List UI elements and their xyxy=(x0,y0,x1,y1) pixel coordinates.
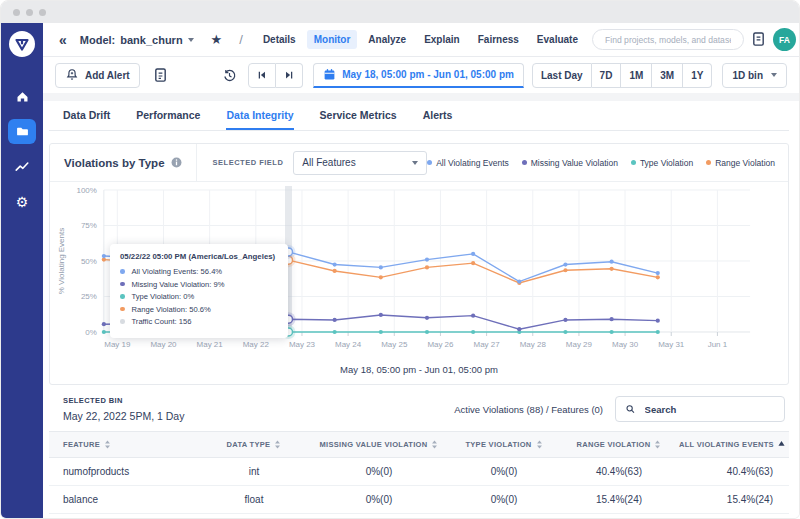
tooltip-item: All Violating Events: 56.4% xyxy=(120,267,278,276)
selected-field-label: SELECTED FIELD xyxy=(213,158,284,167)
svg-text:May 21: May 21 xyxy=(197,340,224,349)
tooltip-item: Type Violation: 0% xyxy=(120,292,278,301)
nav-tab-explain[interactable]: Explain xyxy=(417,30,467,49)
bin-size-dropdown[interactable]: 1D bin xyxy=(722,63,787,88)
global-search-input[interactable] xyxy=(603,34,733,46)
table-cell: 15.4%(24) xyxy=(679,494,789,505)
legend-item-type-violation[interactable]: Type Violation xyxy=(631,158,693,168)
previous-bin-button[interactable] xyxy=(248,63,276,88)
svg-text:May 23: May 23 xyxy=(289,340,316,349)
collapse-sidebar-icon[interactable]: « xyxy=(59,33,67,47)
legend-label: Type Violation xyxy=(640,158,693,168)
chevron-down-icon xyxy=(188,38,194,42)
section-divider xyxy=(43,93,799,101)
nav-tab-fairness[interactable]: Fairness xyxy=(471,30,526,49)
sort-icon xyxy=(431,440,438,449)
table-body: numofproductsint0%(0)0%(0)40.4%(63)40.4%… xyxy=(49,458,789,514)
table-cell: 0%(0) xyxy=(309,494,449,505)
svg-text:May 29: May 29 xyxy=(566,340,593,349)
sidebar-item-settings[interactable]: ⚙ xyxy=(8,189,36,214)
svg-text:May 19: May 19 xyxy=(104,340,131,349)
svg-text:0%: 0% xyxy=(85,328,97,337)
window-control-dot[interactable] xyxy=(39,9,46,16)
avatar[interactable]: FA xyxy=(773,28,796,51)
model-nav-tabs: DetailsMonitorAnalyzeExplainFairnessEval… xyxy=(256,30,585,49)
date-range-label: May 18, 05:00 pm - Jun 01, 05:00 pm xyxy=(342,69,514,80)
favorite-star-icon[interactable]: ★ xyxy=(211,33,223,46)
range-button-last-day[interactable]: Last Day xyxy=(532,63,592,88)
table-cell: 15.4%(24) xyxy=(559,494,679,505)
tab-service-metrics[interactable]: Service Metrics xyxy=(320,101,397,130)
fiddler-logo-icon xyxy=(9,31,35,57)
window-control-dot[interactable] xyxy=(13,9,20,16)
legend-label: All Violating Events xyxy=(436,158,509,168)
time-range-buttons: Last Day7D1M3M1Y xyxy=(532,63,713,88)
add-alert-button[interactable]: Add Alert xyxy=(55,63,140,88)
history-button[interactable] xyxy=(219,63,240,88)
nav-tab-evaluate[interactable]: Evaluate xyxy=(530,30,585,49)
tooltip-item: Traffic Count: 156 xyxy=(120,317,278,326)
range-button-3m[interactable]: 3M xyxy=(652,63,683,88)
tab-data-drift[interactable]: Data Drift xyxy=(63,101,110,130)
sort-asc-icon xyxy=(778,440,785,449)
legend-item-range-violation[interactable]: Range Violation xyxy=(706,158,775,168)
next-bin-button[interactable] xyxy=(276,63,303,88)
sidebar-item-home[interactable] xyxy=(8,84,36,109)
svg-text:May 26: May 26 xyxy=(427,340,454,349)
nav-tab-monitor[interactable]: Monitor xyxy=(307,30,358,49)
violations-panel: Violations by Type SELECTED FIELD All Fe… xyxy=(49,143,789,385)
range-button-1y[interactable]: 1Y xyxy=(683,63,712,88)
fiddler-logo[interactable] xyxy=(1,23,43,65)
table-cell: 0%(0) xyxy=(449,466,559,477)
column-header-feature[interactable]: FEATURE xyxy=(49,440,199,449)
tooltip-dot xyxy=(120,269,125,274)
column-header-label: FEATURE xyxy=(63,440,100,449)
legend-dot xyxy=(427,160,432,165)
bin-row-right: Active Violations (88) / Features (0) xyxy=(454,396,785,422)
legend-item-all-violating-events[interactable]: All Violating Events xyxy=(427,158,509,168)
chart-area[interactable]: 0%25%50%75%100%May 19May 20May 21May 22M… xyxy=(50,182,788,364)
tooltip-item-label: Missing Value Violation: 9% xyxy=(132,280,225,289)
sidebar-item-projects[interactable] xyxy=(8,119,36,144)
tooltip-item-label: All Violating Events: 56.4% xyxy=(132,267,223,276)
range-button-7d[interactable]: 7D xyxy=(592,63,622,88)
folder-icon xyxy=(15,124,30,139)
range-button-1m[interactable]: 1M xyxy=(621,63,652,88)
column-header-type-violation[interactable]: TYPE VIOLATION xyxy=(449,440,559,449)
sort-icon xyxy=(654,440,661,449)
table-cell: 40.4%(63) xyxy=(559,466,679,477)
legend-dot xyxy=(706,160,711,165)
selected-bin-label: SELECTED BIN xyxy=(63,396,184,405)
table-cell: int xyxy=(199,466,309,477)
nav-tab-details[interactable]: Details xyxy=(256,30,303,49)
nav-tab-analyze[interactable]: Analyze xyxy=(361,30,413,49)
table-row[interactable]: balancefloat0%(0)0%(0)15.4%(24)15.4%(24) xyxy=(49,486,789,514)
window-control-dot[interactable] xyxy=(26,9,33,16)
table-row[interactable]: numofproductsint0%(0)0%(0)40.4%(63)40.4%… xyxy=(49,458,789,486)
feature-select[interactable]: All Features xyxy=(293,151,427,175)
tab-data-integrity[interactable]: Data Integrity xyxy=(226,101,293,130)
feature-search-input[interactable] xyxy=(643,403,775,416)
column-header-data-type[interactable]: DATA TYPE xyxy=(199,440,309,449)
model-selector[interactable]: Model: bank_churn xyxy=(80,34,194,46)
column-header-label: DATA TYPE xyxy=(227,440,271,449)
skip-next-icon xyxy=(283,69,295,81)
tab-performance[interactable]: Performance xyxy=(136,101,200,130)
feature-search[interactable] xyxy=(615,396,785,422)
tab-alerts[interactable]: Alerts xyxy=(423,101,453,130)
report-button[interactable] xyxy=(150,63,171,88)
legend-dot xyxy=(631,160,636,165)
sidebar-item-charts[interactable] xyxy=(8,154,36,179)
legend-item-missing-value-violation[interactable]: Missing Value Violation xyxy=(522,158,618,168)
global-search[interactable] xyxy=(592,29,744,50)
tooltip-dot xyxy=(120,319,125,324)
column-header-missing-value-violation[interactable]: MISSING VALUE VIOLATION xyxy=(309,440,449,449)
tooltip-items: All Violating Events: 56.4%Missing Value… xyxy=(120,267,278,326)
column-header-range-violation[interactable]: RANGE VIOLATION xyxy=(559,440,679,449)
panel-title-cell: Violations by Type xyxy=(50,144,197,181)
column-header-all-violating-events[interactable]: ALL VIOLATING EVENTS xyxy=(679,440,800,449)
report-document-icon xyxy=(153,67,168,84)
info-icon[interactable] xyxy=(171,157,182,168)
docs-button[interactable] xyxy=(751,31,766,48)
date-range-button[interactable]: May 18, 05:00 pm - Jun 01, 05:00 pm xyxy=(313,63,524,88)
